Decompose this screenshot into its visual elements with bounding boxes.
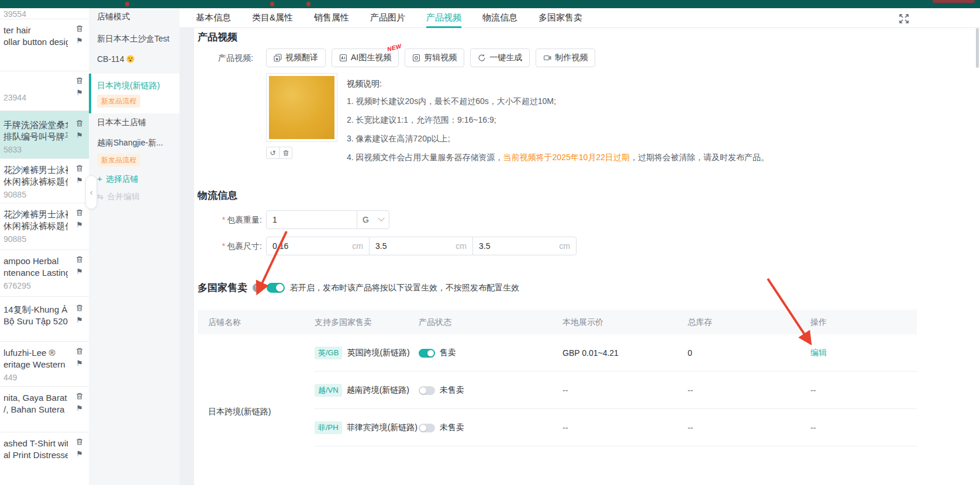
video-thumbnail[interactable]: [266, 73, 337, 142]
flag-icon[interactable]: ⚑: [76, 221, 83, 228]
status-badge: 新发品流程: [97, 154, 140, 167]
tab-bar: 基本信息 类目&属性 销售属性 产品图片 产品视频 物流信息 多国家售卖: [180, 8, 980, 28]
clip-video-button[interactable]: 剪辑视频: [405, 49, 464, 67]
store-panel-title: 店铺模式: [89, 11, 180, 22]
unit-suffix: cm: [559, 241, 570, 251]
shop-item[interactable]: 日本本土店铺: [89, 116, 180, 128]
flag-icon[interactable]: ⚑: [76, 404, 83, 412]
market-name: 菲律宾跨境(新链路): [347, 422, 417, 433]
multi-country-toggle[interactable]: [267, 283, 285, 293]
weight-unit-value: G: [363, 215, 369, 224]
size-length-input[interactable]: [272, 241, 348, 251]
flag-icon[interactable]: ⚑: [76, 450, 83, 458]
product-list-item[interactable]: ter hair ollar button desig... ⚑: [0, 19, 89, 71]
collapse-panel-handle[interactable]: ‹: [85, 175, 97, 209]
flag-icon[interactable]: ⚑: [76, 359, 83, 367]
tab-basic-info[interactable]: 基本信息: [196, 8, 231, 28]
fullscreen-icon[interactable]: [898, 13, 910, 25]
product-list-item-selected[interactable]: 手牌洗浴澡堂桑拿 排队编号叫号牌手圈... 5833 ⚑: [0, 111, 89, 159]
toggle-hint: 若开启，发布时该产品将按以下设置生效，不按照发布配置生效: [290, 283, 519, 293]
trash-icon[interactable]: [75, 255, 84, 264]
product-list-item[interactable]: 花沙滩裤男士泳裤速 休闲裤泳裤标题优化... 90885 ⚑: [0, 203, 89, 250]
flag-icon[interactable]: ⚑: [76, 316, 83, 324]
expiry-warning-text: 当前视频将于2025年10月22日过期: [503, 153, 630, 162]
edit-link[interactable]: 编辑: [810, 348, 827, 358]
trash-icon[interactable]: [75, 25, 84, 33]
ai-image-to-video-button[interactable]: AI图生视频 NEW: [332, 49, 399, 67]
tab-logistics[interactable]: 物流信息: [482, 8, 517, 28]
col-shop-name: 店铺名称: [208, 310, 241, 334]
trash-icon[interactable]: [75, 209, 84, 217]
market-name: 越南跨境(新链路): [347, 385, 409, 396]
tab-multi-country[interactable]: 多国家售卖: [539, 8, 582, 28]
product-list-item[interactable]: ampoo Herbal ntenance Lasting ... 676295…: [0, 250, 89, 297]
trash-icon[interactable]: [75, 77, 84, 85]
table-row: 越/VN 越南跨境(新链路) 未售卖 -- -- --: [198, 372, 917, 409]
product-title: 手牌洗浴澡堂桑拿: [4, 119, 68, 131]
product-id: 23944: [4, 92, 68, 103]
flag-icon[interactable]: ⚑: [76, 89, 83, 96]
product-title: ollar button desig...: [4, 36, 68, 48]
product-list-item[interactable]: nita, Gaya Barat /, Bahan Sutera ... ⚑: [0, 387, 89, 432]
trash-icon[interactable]: [75, 438, 84, 446]
replace-icon: ↺: [270, 149, 275, 157]
shop-item-active[interactable]: 日本跨境(新链路) 新发品流程: [89, 74, 180, 113]
product-title: ntenance Lasting ...: [4, 267, 68, 279]
col-markets: 支持多国家售卖: [315, 310, 372, 334]
tab-product-video[interactable]: 产品视频: [426, 8, 461, 28]
trash-icon[interactable]: [75, 119, 84, 127]
product-list: 39554 ter hair ollar button desig... ⚑ 2…: [0, 8, 89, 485]
col-local-price: 本地展示价: [563, 310, 603, 334]
select-shop-button[interactable]: +选择店铺: [89, 173, 180, 185]
country-badge: 菲/PH: [315, 421, 342, 434]
weight-unit-select[interactable]: G: [357, 210, 389, 229]
video-translate-button[interactable]: 视频翻译: [266, 49, 326, 67]
browser-top-bar: [0, 0, 980, 8]
unit-suffix: cm: [456, 241, 467, 251]
delete-video-button[interactable]: [279, 147, 292, 159]
tab-category-attrs[interactable]: 类目&属性: [252, 8, 293, 28]
tab-product-images[interactable]: 产品图片: [370, 8, 405, 28]
generate-icon: [478, 54, 486, 62]
shop-item[interactable]: CB-114: [89, 53, 180, 65]
flag-icon[interactable]: ⚑: [76, 131, 83, 139]
table-header: 店铺名称 支持多国家售卖 产品状态 本地展示价 总库存 操作: [198, 310, 917, 334]
shop-item[interactable]: 越南Shangjie-新...: [89, 137, 180, 148]
product-list-item[interactable]: 39554: [0, 8, 89, 19]
shop-item[interactable]: 新日本本土沙盒Test: [89, 33, 180, 44]
field-label-weight: *包裹重量:: [198, 210, 262, 229]
tab-sales-attrs[interactable]: 销售属性: [314, 8, 349, 28]
clip-video-icon: [412, 54, 420, 62]
size-height-input[interactable]: [479, 241, 555, 251]
trash-icon[interactable]: [75, 347, 84, 355]
video-note: 3. 像素建议在高清720p以上;: [347, 134, 450, 144]
trash-icon[interactable]: [75, 392, 84, 400]
one-click-generate-button[interactable]: 一键生成: [470, 49, 530, 67]
product-list-item[interactable]: 23944 ⚑: [0, 71, 89, 111]
help-icon[interactable]: ?: [253, 283, 261, 292]
product-list-item[interactable]: 14复制-Khung Ảnh Bộ Sưu Tập 520, ... ⚑: [0, 297, 89, 342]
product-list-item[interactable]: 花沙滩裤男士泳裤速 休闲裤泳裤标题优化... 90885 ⚑: [0, 159, 89, 203]
weight-input[interactable]: [272, 215, 351, 224]
trash-icon[interactable]: [75, 304, 84, 312]
scrollbar[interactable]: [976, 28, 979, 68]
sell-toggle[interactable]: [419, 386, 435, 395]
size-input-box: cm: [266, 237, 370, 255]
merge-edit-button[interactable]: ⇆合并编辑: [89, 190, 180, 203]
product-title: ter hair: [4, 25, 68, 36]
size-input-box: cm: [369, 237, 473, 255]
topbar-pill: [933, 0, 975, 3]
flag-icon[interactable]: ⚑: [76, 176, 83, 184]
video-thumbnail-image: [269, 76, 334, 139]
size-width-input[interactable]: [375, 241, 452, 251]
sell-toggle[interactable]: [419, 349, 435, 358]
flag-icon[interactable]: ⚑: [76, 37, 83, 44]
product-list-item[interactable]: ashed T-Shirt with al Print Distresse...…: [0, 432, 89, 485]
price-cell: --: [563, 386, 568, 395]
flag-icon[interactable]: ⚑: [76, 268, 83, 275]
make-video-button[interactable]: 制作视频: [536, 49, 595, 67]
sell-toggle[interactable]: [419, 424, 435, 432]
trash-icon[interactable]: [75, 164, 84, 172]
product-list-item[interactable]: lufuzhi-Lee ® eritage Western ... 449 ⚑: [0, 342, 89, 387]
replace-video-button[interactable]: ↺: [266, 147, 279, 159]
